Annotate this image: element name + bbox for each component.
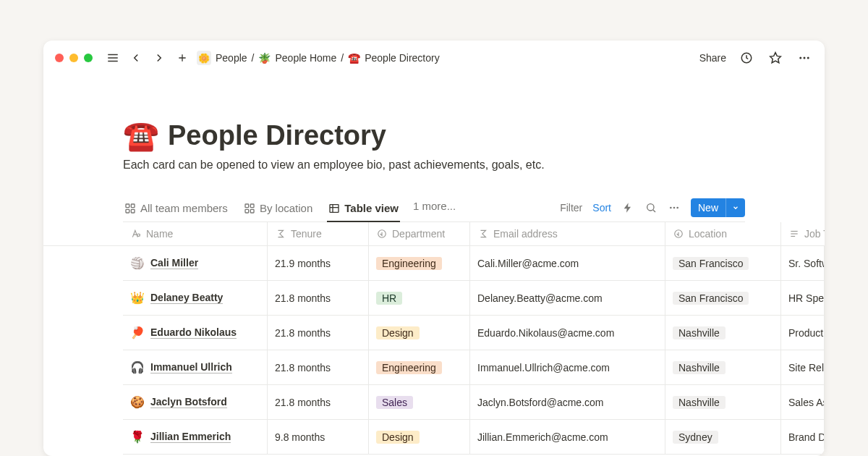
cell-name[interactable]: 🏐 Cali Miller	[123, 246, 268, 281]
new-page-icon[interactable]	[174, 49, 191, 67]
nav-forward-icon[interactable]	[150, 49, 168, 67]
column-header-tenure[interactable]: Tenure	[268, 222, 369, 246]
cell-name[interactable]: 👑 Delaney Beatty	[123, 281, 268, 316]
cell-email[interactable]: Jaclyn.Botsford@acme.com	[470, 385, 665, 420]
column-label: Job Title	[804, 228, 825, 240]
views-bar: All team members By location Table view …	[123, 198, 745, 222]
cell-tenure[interactable]: 21.8 months	[268, 385, 369, 420]
cell-jobtitle[interactable]: Sr. Software Engineer	[781, 246, 825, 281]
department-pill: Sales	[376, 396, 413, 409]
cell-department[interactable]: Engineering	[369, 246, 470, 281]
cell-tenure[interactable]: 21.8 months	[268, 350, 369, 385]
automations-icon[interactable]	[621, 201, 634, 214]
view-tab-by-location[interactable]: By location	[242, 198, 314, 221]
new-button-label[interactable]: New	[691, 198, 726, 217]
cell-jobtitle[interactable]: HR Specialist	[781, 281, 825, 316]
page-subtitle[interactable]: Each card can be opened to view an emplo…	[123, 159, 745, 172]
cell-location[interactable]: Sydney	[665, 420, 781, 455]
column-header-name[interactable]: Name	[123, 222, 268, 246]
table-row[interactable]: 🍪 Jaclyn Botsford 21.8 months Sales Jacl…	[43, 385, 825, 420]
location-pill: Nashville	[673, 326, 726, 339]
row-emoji-icon: 🏐	[130, 256, 145, 270]
text-property-icon	[788, 228, 800, 240]
cell-email[interactable]: Jillian.Emmerich@acme.com	[470, 420, 665, 455]
cell-jobtitle[interactable]: Product Designer	[781, 316, 825, 350]
cell-department[interactable]: Design	[369, 316, 470, 350]
cell-jobtitle[interactable]: Site Reliability	[781, 350, 825, 385]
cell-location[interactable]: San Francisco	[665, 281, 781, 316]
cell-tenure[interactable]: 21.8 months	[268, 281, 369, 316]
view-tab-label: All team members	[140, 202, 228, 214]
jobtitle-value: Site Reliability	[788, 362, 825, 373]
cell-name[interactable]: 🎧 Immanuel Ullrich	[123, 350, 268, 385]
cell-email[interactable]: Cali.Miller@acme.com	[470, 246, 665, 281]
nav-back-icon[interactable]	[127, 49, 145, 67]
svg-rect-10	[126, 204, 129, 208]
page-title[interactable]: People Directory	[168, 120, 386, 151]
cell-name[interactable]: 🍪 Jaclyn Botsford	[123, 385, 268, 420]
close-window[interactable]	[55, 54, 64, 62]
more-icon[interactable]	[796, 49, 813, 67]
cell-department[interactable]: HR	[369, 281, 470, 316]
email-value: Jaclyn.Botsford@acme.com	[477, 397, 604, 408]
cell-department[interactable]: Sales	[369, 385, 470, 420]
cell-tenure[interactable]: 21.8 months	[268, 316, 369, 350]
cell-location[interactable]: Nashville	[665, 385, 781, 420]
table-row[interactable]: 🏓 Eduardo Nikolaus 21.8 months Design Ed…	[43, 316, 825, 350]
svg-point-7	[799, 57, 801, 59]
maximize-window[interactable]	[84, 54, 93, 62]
column-header-department[interactable]: Department	[369, 222, 470, 246]
svg-point-21	[647, 203, 654, 210]
svg-rect-16	[245, 209, 249, 213]
row-gutter	[43, 316, 123, 350]
table-row[interactable]: 🏐 Cali Miller 21.9 months Engineering Ca…	[43, 246, 825, 281]
table-row[interactable]: 👑 Delaney Beatty 21.8 months HR Delaney.…	[43, 281, 825, 316]
updates-icon[interactable]	[738, 49, 755, 67]
cell-email[interactable]: Delaney.Beatty@acme.com	[470, 281, 665, 316]
cell-location[interactable]: Nashville	[665, 350, 781, 385]
new-button-dropdown[interactable]	[726, 198, 745, 217]
svg-point-9	[807, 57, 809, 59]
row-name: Eduardo Nikolaus	[150, 326, 237, 339]
cell-location[interactable]: San Francisco	[665, 246, 781, 281]
view-options-icon[interactable]	[668, 201, 681, 214]
svg-rect-18	[330, 204, 339, 212]
cell-name[interactable]: 🏓 Eduardo Nikolaus	[123, 316, 268, 350]
breadcrumb-people-directory[interactable]: ☎️ People Directory	[348, 52, 440, 64]
sidebar-toggle-icon[interactable]	[104, 49, 122, 67]
cell-tenure[interactable]: 21.9 months	[268, 246, 369, 281]
breadcrumb-people-home[interactable]: 🪴 People Home	[258, 52, 336, 64]
cell-jobtitle[interactable]: Sales Associate	[781, 385, 825, 420]
column-header-email[interactable]: Email address	[470, 222, 665, 246]
view-tab-all-team-members[interactable]: All team members	[123, 198, 229, 221]
view-tab-table-view[interactable]: Table view	[327, 198, 400, 221]
table-row[interactable]: 🎧 Immanuel Ullrich 21.8 months Engineeri…	[43, 350, 825, 385]
filter-button[interactable]: Filter	[560, 202, 582, 214]
table-row[interactable]: 🌹 Jillian Emmerich 9.8 months Design Jil…	[43, 420, 825, 455]
svg-point-8	[804, 57, 806, 59]
topbar-right: Share	[699, 49, 813, 67]
sort-button[interactable]: Sort	[592, 202, 611, 214]
cell-email[interactable]: Eduardo.Nikolaus@acme.com	[470, 316, 665, 350]
page-content: ☎️ People Directory Each card can be ope…	[43, 75, 825, 455]
cell-department[interactable]: Design	[369, 420, 470, 455]
row-gutter	[43, 385, 123, 420]
search-icon[interactable]	[644, 201, 658, 214]
cell-email[interactable]: Immanuel.Ullrich@acme.com	[470, 350, 665, 385]
favorite-icon[interactable]	[767, 49, 784, 67]
row-emoji-icon: 🎧	[130, 360, 145, 374]
cell-location[interactable]: Nashville	[665, 316, 781, 350]
minimize-window[interactable]	[69, 54, 78, 62]
cell-jobtitle[interactable]: Brand Designer	[781, 420, 825, 455]
breadcrumb-people[interactable]: 🌼 People	[197, 51, 247, 65]
cell-tenure[interactable]: 9.8 months	[268, 420, 369, 455]
column-header-jobtitle[interactable]: Job Title	[781, 222, 825, 246]
page-icon[interactable]: ☎️	[123, 119, 159, 153]
views-more[interactable]: 1 more...	[413, 200, 456, 219]
cell-name[interactable]: 🌹 Jillian Emmerich	[123, 420, 268, 455]
cell-department[interactable]: Engineering	[369, 350, 470, 385]
column-header-location[interactable]: Location	[665, 222, 781, 246]
formula-property-icon	[477, 228, 489, 240]
share-button[interactable]: Share	[699, 52, 726, 64]
department-pill: Design	[376, 431, 420, 444]
